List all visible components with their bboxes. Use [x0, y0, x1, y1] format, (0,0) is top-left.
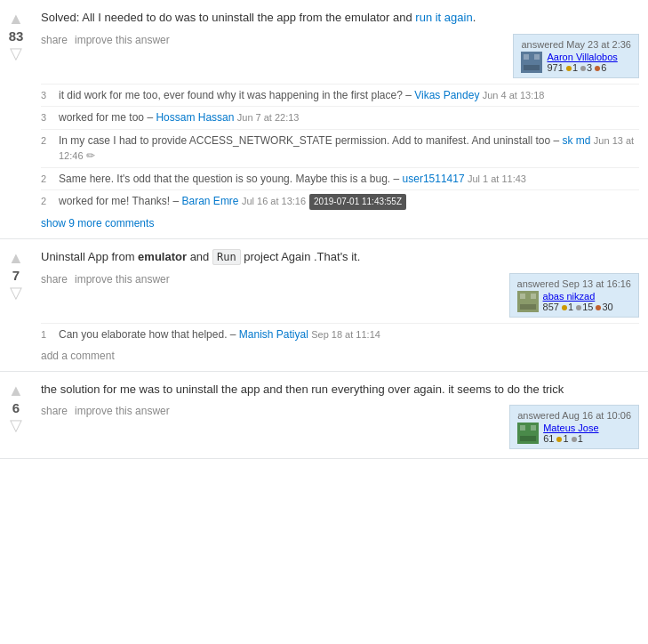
vote-column: ▲ 7 ▽	[0, 248, 32, 301]
meta-info-box: answered Sep 13 at 16:16 abas nikzad 857…	[509, 273, 639, 318]
user-name-link[interactable]: abas nikzad	[543, 291, 596, 302]
upvote-arrow[interactable]: ▲	[8, 11, 24, 27]
comment-row: 1 Can you elaborate how that helped. – M…	[41, 323, 639, 346]
avatar	[517, 423, 539, 444]
share-link-1[interactable]: share	[41, 34, 68, 46]
user-rep: 971 1 3 6	[547, 62, 606, 73]
comment-author-link[interactable]: Baran Emre	[182, 195, 239, 207]
vote-count: 83	[9, 28, 24, 44]
add-comment-link[interactable]: add a comment	[41, 350, 115, 362]
comment-body: worked for me too – Hossam Hassan Jun 7 …	[59, 110, 639, 125]
vote-count: 7	[12, 268, 20, 283]
actions-and-meta: shareimprove this answer answered May 23…	[41, 34, 639, 78]
comment-body: it did work for me too, ever found why i…	[59, 88, 639, 103]
downvote-arrow[interactable]: ▽	[10, 45, 22, 61]
comment-vote: 1	[41, 327, 59, 342]
vote-column: ▲ 6 ▽	[0, 381, 32, 433]
upvote-arrow[interactable]: ▲	[8, 250, 24, 266]
share-link-3[interactable]: share	[41, 405, 68, 417]
comment-author-link[interactable]: Vikas Pandey	[414, 89, 479, 101]
vote-count: 6	[12, 400, 20, 415]
meta-user-block: Aaron Villalobos 971 1 3 6	[521, 52, 631, 73]
comment-body: Can you elaborate how that helped. – Man…	[59, 327, 639, 342]
answer-text: the solution for me was to uninstall the…	[41, 381, 639, 398]
timestamp-badge: 2019-07-01 11:43:55Z	[309, 194, 406, 210]
comment-vote: 3	[41, 88, 59, 102]
user-name-link[interactable]: Aaron Villalobos	[547, 52, 617, 62]
answer-row: ▲ 83 ▽ Solved: All I needed to do was to…	[0, 9, 648, 229]
comment-row: 2 In my case I had to provide ACCESS_NET…	[41, 129, 639, 167]
answer-actions: shareimprove this answer	[41, 273, 170, 286]
comment-timestamp: Sep 18 at 11:14	[311, 329, 380, 340]
comment-timestamp: Jun 4 at 13:18	[483, 90, 545, 101]
comment-timestamp: Jun 13 at 12:46	[59, 135, 634, 161]
comment-vote: 2	[41, 133, 59, 148]
comment-row: 2 worked for me! Thanks! – Baran Emre Ju…	[41, 189, 639, 213]
comment-vote: 3	[41, 110, 59, 125]
comment-row: 3 worked for me too – Hossam Hassan Jun …	[41, 106, 639, 129]
comment-author-link[interactable]: user1511417	[403, 173, 465, 185]
answer-content: Uninstall App from emulator and Run proj…	[32, 248, 648, 361]
comment-row: 2 Same here. It's odd that the question …	[41, 167, 639, 190]
user-name-link[interactable]: Mateus Jose	[543, 423, 598, 433]
answer-row: ▲ 7 ▽ Uninstall App from emulator and Ru…	[0, 248, 648, 361]
comment-author-link[interactable]: Hossam Hassan	[156, 111, 234, 124]
meta-user-block: Mateus Jose 61 1 1	[517, 423, 631, 444]
answer-text: Solved: All I needed to do was to uninst…	[41, 9, 639, 27]
comment-timestamp: Jun 7 at 22:13	[237, 112, 300, 123]
meta-user-block: abas nikzad 857 1 15 30	[517, 291, 631, 312]
comment-body: worked for me! Thanks! – Baran Emre Jul …	[59, 194, 639, 210]
answer-content: Solved: All I needed to do was to uninst…	[32, 9, 648, 229]
answer-block-2: ▲ 7 ▽ Uninstall App from emulator and Ru…	[0, 239, 648, 371]
answer-block-1: ▲ 83 ▽ Solved: All I needed to do was to…	[0, 0, 648, 239]
comments-section: 3 it did work for me too, ever found why…	[41, 84, 639, 230]
comment-vote: 2	[41, 172, 59, 186]
meta-info-box: answered May 23 at 2:36 Aaron Villalobos…	[513, 34, 639, 78]
comment-row: 3 it did work for me too, ever found why…	[41, 84, 639, 107]
comment-body: Same here. It's odd that the question is…	[59, 172, 639, 187]
avatar	[521, 52, 542, 73]
vote-column: ▲ 83 ▽	[0, 9, 32, 61]
comments-section: 1 Can you elaborate how that helped. – M…	[41, 323, 639, 346]
avatar	[517, 291, 539, 312]
improve-link-1[interactable]: improve this answer	[75, 34, 170, 46]
comment-author-link[interactable]: sk md	[563, 134, 591, 147]
comment-timestamp: Jul 16 at 13:16	[242, 196, 306, 206]
user-rep: 61 1 1	[543, 433, 583, 444]
share-link-2[interactable]: share	[41, 273, 68, 286]
user-rep: 857 1 15 30	[543, 302, 613, 312]
actions-and-meta: shareimprove this answer answered Aug 16…	[41, 405, 639, 449]
downvote-arrow[interactable]: ▽	[10, 417, 22, 433]
actions-and-meta: shareimprove this answer answered Sep 13…	[41, 273, 639, 318]
downvote-arrow[interactable]: ▽	[10, 285, 22, 301]
comment-timestamp: Jul 1 at 11:43	[468, 173, 526, 184]
answered-label: answered May 23 at 2:36	[521, 39, 631, 50]
improve-link-3[interactable]: improve this answer	[75, 405, 170, 417]
improve-link-2[interactable]: improve this answer	[75, 273, 170, 286]
answered-label: answered Sep 13 at 16:16	[517, 278, 631, 289]
comment-author-link[interactable]: Manish Patiyal	[239, 328, 308, 341]
comment-vote: 2	[41, 194, 59, 208]
answer-block-3: ▲ 6 ▽ the solution for me was to uninsta…	[0, 372, 648, 460]
answer-row: ▲ 6 ▽ the solution for me was to uninsta…	[0, 381, 648, 450]
answer-actions: shareimprove this answer	[41, 34, 170, 46]
comment-body: In my case I had to provide ACCESS_NETWO…	[59, 133, 639, 164]
meta-info-box: answered Aug 16 at 10:06 Mateus Jose 61 …	[509, 405, 639, 449]
answer-actions: shareimprove this answer	[41, 405, 170, 417]
show-more-comments-link[interactable]: show 9 more comments	[41, 217, 154, 229]
answered-label: answered Aug 16 at 10:06	[517, 410, 631, 421]
edit-icon[interactable]: ✏	[86, 149, 95, 162]
answer-content: the solution for me was to uninstall the…	[32, 381, 648, 450]
answer-text-link[interactable]: run it again	[415, 11, 472, 24]
upvote-arrow[interactable]: ▲	[8, 382, 24, 398]
inline-code: Run	[212, 249, 241, 265]
answer-text: Uninstall App from emulator and Run proj…	[41, 248, 639, 266]
